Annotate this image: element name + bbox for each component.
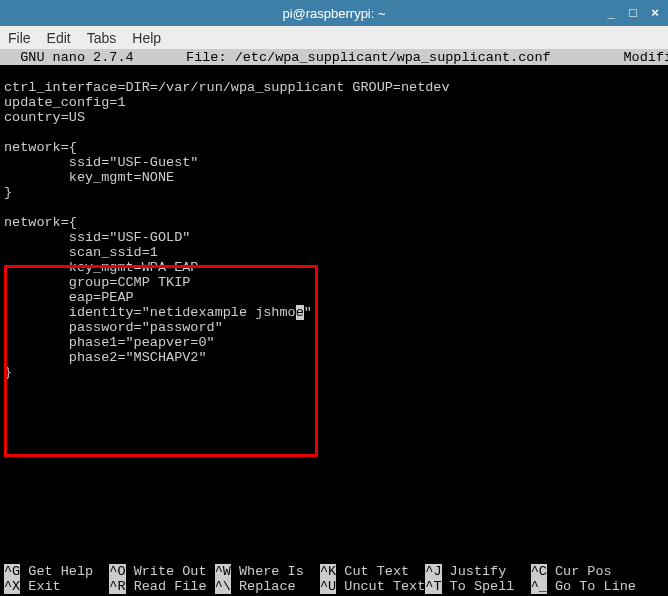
- nano-version: GNU nano 2.7.4: [4, 50, 150, 65]
- shortcut-key: ^\: [215, 579, 231, 594]
- config-line: ": [304, 305, 312, 320]
- shortcut-label: Exit: [20, 579, 109, 594]
- shortcut-key: ^C: [531, 564, 547, 579]
- config-line: }: [4, 365, 12, 380]
- config-line: phase2="MSCHAPV2": [4, 350, 207, 365]
- editor-content[interactable]: ctrl_interface=DIR=/var/run/wpa_supplica…: [0, 65, 668, 380]
- shortcut-label: Justify: [442, 564, 531, 579]
- shortcut-key: ^U: [320, 579, 336, 594]
- config-line: eap=PEAP: [4, 290, 134, 305]
- shortcut-key: ^T: [425, 579, 441, 594]
- shortcut-label: Cur Pos: [547, 564, 612, 579]
- menu-edit[interactable]: Edit: [47, 30, 71, 46]
- shortcut-label: Write Out: [126, 564, 215, 579]
- shortcut-label: To Spell: [442, 579, 531, 594]
- menu-tabs[interactable]: Tabs: [87, 30, 117, 46]
- close-button[interactable]: ×: [646, 3, 664, 21]
- config-line: key_mgmt=WPA-EAP: [4, 260, 198, 275]
- minimize-button[interactable]: _: [602, 3, 620, 21]
- config-line: ctrl_interface=DIR=/var/run/wpa_supplica…: [4, 80, 450, 95]
- shortcut-key: ^W: [215, 564, 231, 579]
- shortcut-key: ^O: [109, 564, 125, 579]
- config-line: password="password": [4, 320, 223, 335]
- shortcut-key: ^R: [109, 579, 125, 594]
- config-line: ssid="USF-Guest": [4, 155, 198, 170]
- nano-shortcuts: ^G Get Help ^O Write Out ^W Where Is ^K …: [0, 564, 668, 596]
- shortcut-key: ^_: [531, 579, 547, 594]
- config-line: network={: [4, 215, 77, 230]
- config-line: }: [4, 185, 12, 200]
- shortcut-key: ^K: [320, 564, 336, 579]
- shortcut-label: Uncut Text: [336, 579, 425, 594]
- shortcut-label: Go To Line: [547, 579, 636, 594]
- window-title: pi@raspberrypi: ~: [282, 6, 385, 21]
- window-titlebar: pi@raspberrypi: ~ _ □ ×: [0, 0, 668, 26]
- cursor: e: [296, 305, 304, 320]
- menu-file[interactable]: File: [8, 30, 31, 46]
- shortcut-label: Read File: [126, 579, 215, 594]
- config-line: group=CCMP TKIP: [4, 275, 190, 290]
- config-line: identity="netidexample jshmo: [4, 305, 296, 320]
- shortcut-label: Replace: [231, 579, 320, 594]
- nano-header: GNU nano 2.7.4 File: /etc/wpa_supplicant…: [0, 50, 668, 65]
- config-line: update_config=1: [4, 95, 126, 110]
- config-line: scan_ssid=1: [4, 245, 158, 260]
- shortcut-key: ^J: [425, 564, 441, 579]
- shortcut-label: Get Help: [20, 564, 109, 579]
- menubar: File Edit Tabs Help: [0, 26, 668, 50]
- nano-filepath: File: /etc/wpa_supplicant/wpa_supplicant…: [150, 50, 624, 65]
- config-line: phase1="peapver=0": [4, 335, 215, 350]
- window-controls: _ □ ×: [602, 3, 664, 21]
- maximize-button[interactable]: □: [624, 3, 642, 21]
- terminal-window: pi@raspberrypi: ~ _ □ × File Edit Tabs H…: [0, 0, 668, 596]
- shortcut-label: Cut Text: [336, 564, 425, 579]
- config-line: ssid="USF-GOLD": [4, 230, 190, 245]
- shortcut-label: Where Is: [231, 564, 320, 579]
- nano-status: Modified: [624, 50, 668, 65]
- shortcut-key: ^G: [4, 564, 20, 579]
- terminal-area[interactable]: GNU nano 2.7.4 File: /etc/wpa_supplicant…: [0, 50, 668, 596]
- config-line: network={: [4, 140, 77, 155]
- config-line: key_mgmt=NONE: [4, 170, 174, 185]
- config-line: country=US: [4, 110, 85, 125]
- menu-help[interactable]: Help: [132, 30, 161, 46]
- shortcut-key: ^X: [4, 579, 20, 594]
